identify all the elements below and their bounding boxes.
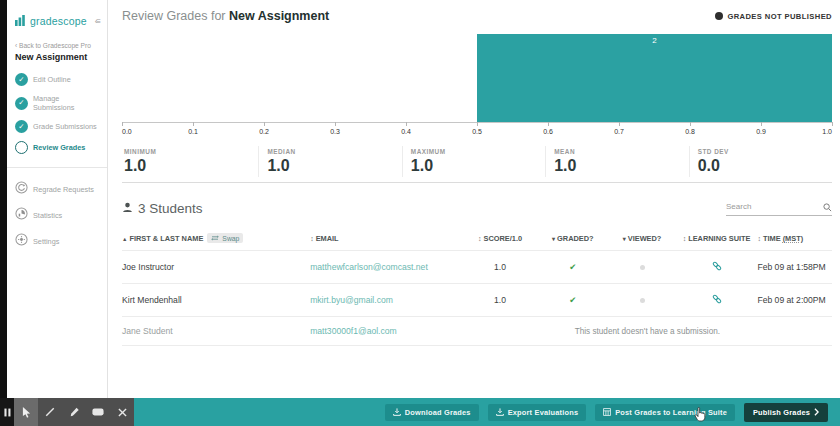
sidebar-item-label: Edit Outline (33, 75, 71, 84)
screen-recorder-toolbar (0, 398, 134, 426)
sort-icon: ↕ (757, 235, 761, 242)
stat-minimum: MINIMUM 1.0 (122, 146, 258, 177)
download-grades-button[interactable]: Download Grades (385, 404, 479, 421)
sidebar-item-review-grades[interactable]: Review Grades (7, 137, 107, 158)
assignment-title: New Assignment (7, 51, 107, 69)
check-circle-icon: ✓ (15, 120, 28, 133)
back-to-gradescope-pro-link[interactable]: ‹ Back to Gradescope Pro (7, 38, 107, 51)
download-icon (496, 408, 504, 416)
marker-tool-icon[interactable] (62, 398, 86, 426)
post-grades-to-learning-suite-button[interactable]: Post Grades to Learning Suite (595, 404, 735, 421)
submission-time: Feb 09 at 1:58PM (757, 262, 832, 272)
column-header-viewed[interactable]: ▾VIEWED? (608, 234, 675, 243)
sidebar-item-grade-submissions[interactable]: ✓ Grade Submissions (7, 116, 107, 137)
submission-time: Feb 09 at 2:00PM (757, 295, 832, 305)
sort-descending-icon: ▾ (552, 236, 555, 242)
bar-count-label: 2 (477, 36, 832, 45)
x-tick-label: 0.2 (259, 128, 269, 135)
not-viewed-dot-icon (640, 298, 645, 303)
sidebar-item-label: Statistics (33, 211, 62, 220)
x-tick-label: 0.0 (122, 128, 132, 135)
search-icon (823, 203, 832, 212)
column-header-name[interactable]: ▲FIRST & LAST NAME Swap (122, 233, 310, 243)
not-viewed-dot-icon (640, 265, 645, 270)
learning-suite-link-icon[interactable] (711, 264, 723, 274)
score-histogram: 2 0.0 0.1 0.2 0.3 0.4 0.5 0.6 0.7 0.8 0.… (122, 34, 832, 138)
sidebar-item-label: Manage Submissions (33, 94, 99, 112)
histogram-plot-area: 2 (122, 34, 832, 122)
sidebar-item-edit-outline[interactable]: ✓ Edit Outline (7, 69, 107, 90)
x-tick-label: 0.8 (685, 128, 695, 135)
sidebar-item-manage-submissions[interactable]: ✓ Manage Submissions (7, 90, 107, 116)
x-axis: 0.0 0.1 0.2 0.3 0.4 0.5 0.6 0.7 0.8 0.9 … (122, 122, 832, 138)
sort-icon: ↕ (683, 235, 687, 242)
column-header-time[interactable]: ↕TIME (MST) (757, 234, 832, 243)
graded-check-icon: ✔ (569, 262, 576, 272)
sidebar-divider (7, 167, 107, 168)
student-score: 1.0 (463, 262, 538, 272)
close-icon[interactable] (110, 398, 134, 426)
x-tick-label: 1.0 (822, 128, 832, 135)
column-header-learning-suite[interactable]: ↕LEARNING SUITE (676, 234, 758, 243)
stat-mean: MEAN 1.0 (545, 146, 688, 177)
graded-check-icon: ✔ (569, 295, 576, 305)
student-email-link[interactable]: matthewfcarlson@comcast.net (310, 262, 428, 272)
student-email-link[interactable]: matt30000f1@aol.com (310, 326, 397, 336)
column-header-email[interactable]: ↕EMAIL (310, 234, 463, 243)
status-dot-icon (715, 12, 723, 20)
sidebar-item-label: Review Grades (33, 143, 85, 152)
open-circle-icon (15, 141, 28, 154)
summary-stats: MINIMUM 1.0 MEDIAN 1.0 MAXIMUM 1.0 MEAN … (122, 146, 832, 183)
column-header-score[interactable]: ↕SCORE/1.0 (463, 234, 538, 243)
sidebar: gradescope ‹≡ ‹ Back to Gradescope Pro N… (7, 0, 108, 398)
gradescope-logo[interactable]: gradescope ‹≡ (7, 0, 107, 38)
sort-ascending-icon: ▲ (122, 236, 127, 242)
learning-suite-link-icon[interactable] (711, 297, 723, 307)
regrade-refresh-icon (15, 180, 28, 198)
pen-tool-icon[interactable] (38, 398, 62, 426)
shape-tool-icon[interactable] (86, 398, 110, 426)
grid-table-icon (603, 408, 611, 416)
table-row[interactable]: Kirt Mendenhall mkirt.byu@gmail.com 1.0 … (122, 283, 832, 316)
check-circle-icon: ✓ (15, 73, 28, 86)
grades-status-badge: GRADES NOT PUBLISHED (715, 12, 832, 21)
student-email-link[interactable]: mkirt.byu@gmail.com (310, 295, 393, 305)
students-table: ▲FIRST & LAST NAME Swap ↕EMAIL ↕SCORE/1.… (122, 225, 832, 346)
sidebar-collapse-icon[interactable]: ‹≡ (95, 17, 100, 26)
stat-maximum: MAXIMUM 1.0 (402, 146, 545, 177)
search-input[interactable] (726, 202, 816, 211)
sidebar-item-label: Settings (33, 237, 59, 246)
cursor-tool-icon[interactable] (14, 398, 38, 426)
swap-arrows-icon (211, 235, 219, 241)
x-tick-label: 0.1 (188, 128, 198, 135)
pause-icon[interactable] (0, 398, 14, 426)
x-tick-label: 0.6 (543, 128, 553, 135)
student-search[interactable] (726, 195, 832, 216)
export-evaluations-button[interactable]: Export Evaluations (488, 404, 587, 421)
stat-median: MEDIAN 1.0 (258, 146, 401, 177)
students-count-heading: 3 Students (122, 201, 203, 216)
sort-icon: ↕ (478, 235, 482, 242)
table-row[interactable]: Jane Student matt30000f1@aol.com This st… (122, 316, 832, 346)
x-tick-label: 0.7 (614, 128, 624, 135)
swap-name-order-button[interactable]: Swap (207, 233, 243, 243)
stat-stddev: STD DEV 0.0 (689, 146, 832, 177)
gear-icon (15, 232, 28, 250)
column-header-graded[interactable]: ▾GRADED? (537, 234, 608, 243)
table-row[interactable]: Joe Instructor matthewfcarlson@comcast.n… (122, 250, 832, 283)
sidebar-item-regrade-requests[interactable]: Regrade Requests (7, 176, 107, 202)
histogram-bar: 2 (477, 34, 832, 122)
sidebar-item-label: Grade Submissions (33, 122, 97, 131)
x-tick-label: 0.3 (330, 128, 340, 135)
sidebar-item-label: Regrade Requests (33, 185, 94, 194)
x-tick-label: 0.4 (401, 128, 411, 135)
bar-chart-logo-icon (15, 12, 27, 30)
brand-name: gradescope (30, 15, 87, 27)
no-submission-message: This student doesn't have a submission. (463, 327, 832, 336)
sidebar-item-settings[interactable]: Settings (7, 228, 107, 254)
sort-descending-icon: ▾ (623, 236, 626, 242)
x-tick-label: 0.9 (756, 128, 766, 135)
sidebar-item-statistics[interactable]: Statistics (7, 202, 107, 228)
student-name: Jane Student (122, 326, 310, 336)
publish-grades-button[interactable]: Publish Grades (744, 403, 828, 422)
